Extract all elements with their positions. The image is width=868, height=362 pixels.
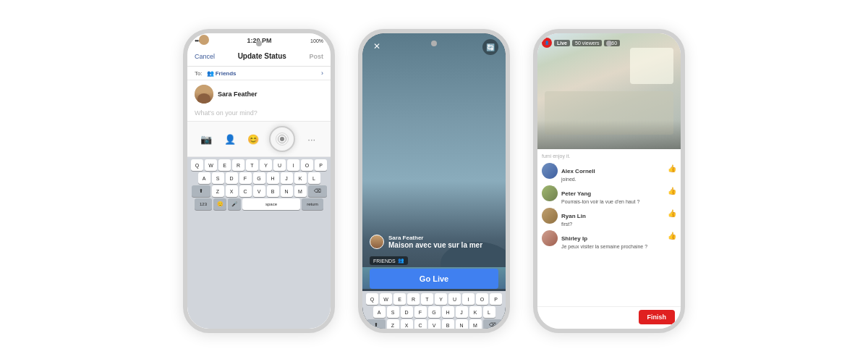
key2-a[interactable]: A	[373, 306, 386, 318]
key2-j[interactable]: J	[456, 306, 468, 318]
time-display: 1:20 PM	[247, 37, 271, 44]
key-space[interactable]: space	[242, 198, 300, 210]
key-delete[interactable]: ⌫	[308, 185, 327, 197]
post-button[interactable]: Post	[309, 53, 323, 60]
key2-p[interactable]: P	[490, 293, 502, 305]
enjoy-text: fumi enjoy it.	[542, 152, 676, 160]
key-h[interactable]: H	[267, 172, 279, 184]
like-button[interactable]: 👍	[668, 208, 676, 217]
key-k[interactable]: K	[294, 172, 307, 184]
emoji-icon[interactable]: 😊	[246, 132, 260, 146]
like-button[interactable]: 👍	[668, 185, 676, 195]
keyboard: Q W E R T Y U I O P A S D F G H	[187, 157, 331, 329]
key-d[interactable]: D	[226, 172, 238, 184]
user-avatar	[370, 235, 384, 249]
close-button[interactable]: ✕	[370, 39, 384, 54]
key2-f[interactable]: F	[414, 306, 427, 318]
key2-o[interactable]: O	[476, 293, 488, 305]
key-e[interactable]: E	[218, 159, 231, 171]
commenter-name: Shirley Ip	[561, 235, 587, 242]
key2-delete[interactable]: ⌫	[483, 319, 502, 329]
live-person-icon: 👤	[545, 41, 549, 45]
comment-text: joined.	[561, 176, 664, 182]
key2-c[interactable]: C	[414, 319, 427, 329]
key2-q[interactable]: Q	[366, 293, 378, 305]
key-c[interactable]: C	[239, 185, 252, 197]
key-t[interactable]: T	[246, 159, 258, 171]
key2-g[interactable]: G	[428, 306, 441, 318]
key-p[interactable]: P	[315, 159, 327, 171]
key2-u[interactable]: U	[448, 293, 461, 305]
status-input[interactable]: What's on your mind?	[187, 108, 331, 121]
key2-d[interactable]: D	[401, 306, 413, 318]
key2-b[interactable]: B	[442, 319, 454, 329]
key-n[interactable]: N	[281, 185, 293, 197]
live-video-header: 👤 Live 50 viewers 4:60	[537, 33, 681, 149]
more-icon[interactable]: ···	[305, 132, 319, 146]
key2-e[interactable]: E	[393, 293, 406, 305]
key-w[interactable]: W	[205, 159, 217, 171]
key2-v[interactable]: V	[428, 319, 441, 329]
key-a[interactable]: A	[198, 172, 210, 184]
key-r[interactable]: R	[232, 159, 244, 171]
comment-row: Alex Cornell joined. 👍	[542, 163, 676, 182]
key-q[interactable]: Q	[191, 159, 203, 171]
key-g[interactable]: G	[253, 172, 265, 184]
key-s[interactable]: S	[212, 172, 224, 184]
key-j[interactable]: J	[281, 172, 293, 184]
key-m[interactable]: M	[294, 185, 307, 197]
key2-x[interactable]: X	[401, 319, 413, 329]
like-button[interactable]: 👍	[668, 163, 676, 172]
key2-k[interactable]: K	[469, 306, 482, 318]
audience-selector[interactable]: To: 👥 Friends ›	[187, 67, 331, 80]
key2-shift[interactable]: ⬆	[367, 319, 386, 329]
navbar: Cancel Update Status Post	[187, 46, 331, 67]
key2-l[interactable]: L	[483, 306, 495, 318]
live-icon-wrapper[interactable]	[269, 126, 295, 152]
flip-camera-button[interactable]: 🔄	[482, 39, 498, 55]
camera-icon[interactable]: 📷	[199, 132, 213, 146]
key-return[interactable]: return	[302, 198, 323, 210]
key-z[interactable]: Z	[212, 185, 224, 197]
key-123[interactable]: 123	[195, 198, 212, 210]
live-view: 👤 Live 50 viewers 4:60 fumi enjoy it. Al	[537, 33, 681, 329]
key-o[interactable]: O	[301, 159, 313, 171]
stream-title: Maison avec vue sur la mer	[388, 241, 482, 249]
comment-row: Shirley Ip Je peux visiter la semaine pr…	[542, 230, 676, 250]
key-b[interactable]: B	[267, 185, 279, 197]
key2-w[interactable]: W	[380, 293, 392, 305]
go-live-button[interactable]: Go Live	[370, 269, 498, 289]
key2-h[interactable]: H	[442, 306, 454, 318]
finish-button[interactable]: Finish	[639, 310, 676, 324]
key-v[interactable]: V	[253, 185, 265, 197]
commenter-avatar	[542, 185, 558, 201]
key-x[interactable]: X	[226, 185, 238, 197]
cancel-button[interactable]: Cancel	[195, 53, 215, 60]
to-label: To:	[195, 70, 203, 77]
tag-icon[interactable]: 👤	[223, 132, 237, 146]
key-f[interactable]: F	[239, 172, 252, 184]
key-u[interactable]: U	[273, 159, 286, 171]
key2-z[interactable]: Z	[387, 319, 399, 329]
key-mic[interactable]: 🎤	[228, 198, 241, 210]
key-l[interactable]: L	[308, 172, 320, 184]
key2-i[interactable]: I	[462, 293, 475, 305]
key-emoji[interactable]: 😊	[213, 198, 226, 210]
key-i[interactable]: I	[287, 159, 299, 171]
keyboard-row-3: ⬆ Z X C V B N M ⌫	[189, 185, 329, 197]
key2-m[interactable]: M	[469, 319, 482, 329]
like-button[interactable]: 👍	[668, 230, 676, 240]
key-shift[interactable]: ⬆	[192, 185, 210, 197]
battery-display: 100%	[310, 38, 323, 43]
key2-n[interactable]: N	[456, 319, 468, 329]
key2-t[interactable]: T	[421, 293, 433, 305]
key2-y[interactable]: Y	[435, 293, 447, 305]
keyboard-2: Q W E R T Y U I O P A S D	[362, 291, 506, 329]
key2-r[interactable]: R	[407, 293, 420, 305]
key-y[interactable]: Y	[260, 159, 272, 171]
keyboard-row-2: A S D F G H J K L	[189, 172, 329, 184]
finish-bar: Finish	[537, 306, 681, 329]
key2-s[interactable]: S	[387, 306, 399, 318]
keyboard-2-row-1: Q W E R T Y U I O P	[364, 293, 504, 305]
live-button[interactable]	[269, 126, 295, 152]
